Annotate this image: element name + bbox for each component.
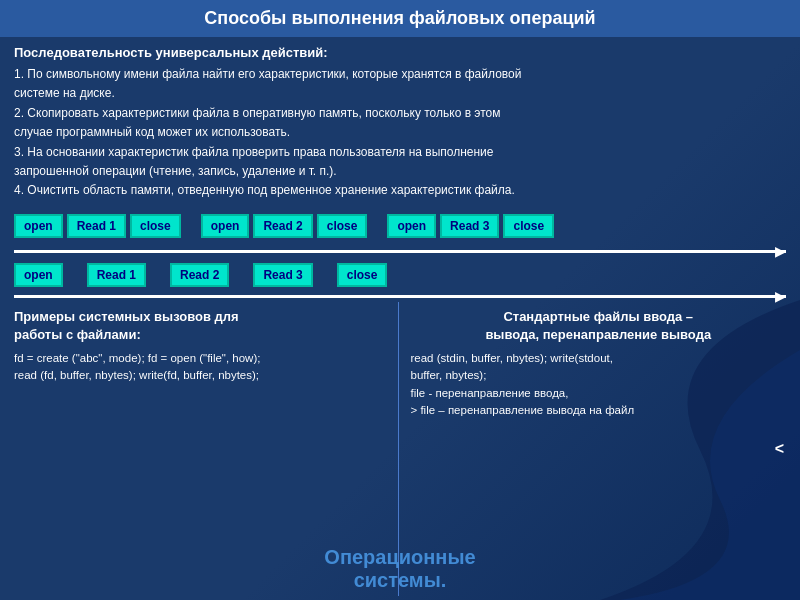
bottom-right-title: Стандартные файлы ввода – вывода, перена…: [411, 308, 787, 344]
bottom-right-text: read (stdin, buffer, nbytes); write(stdo…: [411, 350, 787, 419]
main-body: Последовательность универсальных действи…: [0, 37, 800, 600]
bottom-left-title: Примеры системных вызовов для работы с ф…: [14, 308, 390, 344]
op-group-3: open Read 3 close: [387, 214, 554, 238]
open-btn-2[interactable]: open: [201, 214, 250, 238]
ops-row-2: open Read 1 Read 2 Read 3 close: [14, 257, 786, 291]
read2-btn-2[interactable]: Read 2: [253, 214, 312, 238]
op-group-1: open Read 1 close: [14, 214, 181, 238]
close-btn-2[interactable]: close: [317, 214, 368, 238]
step-1a: 1. По символьному имени файла найти его …: [14, 66, 786, 83]
divider-2: [14, 295, 786, 298]
read1-btn-1[interactable]: Read 1: [67, 214, 126, 238]
divider-1: [14, 250, 786, 253]
step-2a: 2. Скопировать характеристики файла в оп…: [14, 105, 786, 122]
sequence-header: Последовательность универсальных действи…: [14, 45, 786, 60]
slide-content: Способы выполнения файловых операций Пос…: [0, 0, 800, 600]
bottom-right-title-text: Стандартные файлы ввода – вывода, перена…: [485, 309, 711, 342]
step-2b: случае программный код может их использо…: [14, 124, 786, 141]
step-3b: запрошенной операции (чтение, запись, уд…: [14, 163, 786, 180]
read3-btn-row2[interactable]: Read 3: [253, 263, 312, 287]
step-3a: 3. На основании характеристик файла пров…: [14, 144, 786, 161]
open-btn-3[interactable]: open: [387, 214, 436, 238]
slide-title: Способы выполнения файловых операций: [0, 0, 800, 37]
step-1b: системе на диске.: [14, 85, 786, 102]
ops-row-1: open Read 1 close open Read 2 close open…: [14, 210, 786, 242]
steps-text: 1. По символьному имени файла найти его …: [14, 66, 786, 202]
close-btn-3[interactable]: close: [503, 214, 554, 238]
bottom-right-body: read (stdin, buffer, nbytes); write(stdo…: [411, 352, 635, 416]
slide: Способы выполнения файловых операций Пос…: [0, 0, 800, 600]
step-4: 4. Очистить область памяти, отведенную п…: [14, 182, 786, 199]
read3-btn-3[interactable]: Read 3: [440, 214, 499, 238]
close-btn-1[interactable]: close: [130, 214, 181, 238]
bottom-left-title-text: Примеры системных вызовов для работы с ф…: [14, 309, 239, 342]
bottom-left-text: fd = create ("abc", mode); fd = open ("f…: [14, 350, 390, 385]
close-btn-row2[interactable]: close: [337, 263, 388, 287]
open-btn-row2[interactable]: open: [14, 263, 63, 287]
read2-btn-row2[interactable]: Read 2: [170, 263, 229, 287]
arrow-right-icon: <: [775, 440, 784, 458]
watermark: Операционные системы.: [324, 546, 475, 592]
open-btn-1[interactable]: open: [14, 214, 63, 238]
read1-btn-row2[interactable]: Read 1: [87, 263, 146, 287]
op-group-2: open Read 2 close: [201, 214, 368, 238]
bottom-left-body: fd = create ("abc", mode); fd = open ("f…: [14, 352, 260, 381]
